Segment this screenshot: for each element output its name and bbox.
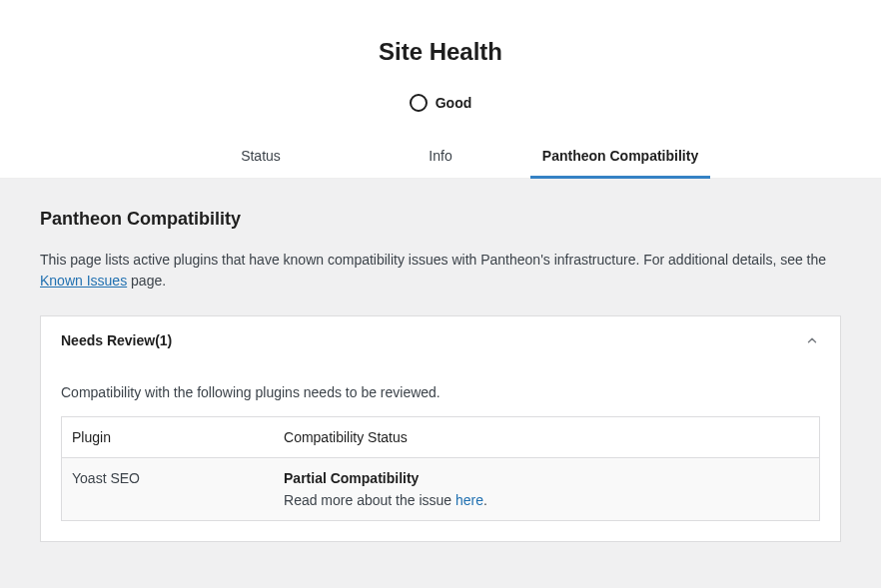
compat-status-label: Partial Compatibility (284, 470, 809, 486)
compatibility-table: Plugin Compatibility Status Yoast SEO Pa… (61, 416, 820, 521)
read-more-link[interactable]: here (455, 492, 483, 508)
content-area: Pantheon Compatibility This page lists a… (0, 179, 881, 588)
section-desc-post: page. (127, 273, 166, 289)
tabs: Status Info Pantheon Compatibility (0, 136, 881, 179)
compat-status-cell: Partial Compatibility Read more about th… (274, 458, 819, 521)
plugin-name-cell: Yoast SEO (62, 458, 275, 521)
status-indicator: Good (0, 94, 881, 112)
section-title: Pantheon Compatibility (40, 209, 841, 230)
table-header-status: Compatibility Status (274, 417, 819, 458)
table-header-plugin: Plugin (62, 417, 275, 458)
card-header-title: Needs Review(1) (61, 332, 172, 348)
section-description: This page lists active plugins that have… (40, 250, 841, 292)
card-description: Compatibility with the following plugins… (61, 384, 820, 400)
status-label: Good (436, 95, 472, 111)
compat-status-text: Read more about the issue here. (284, 492, 809, 508)
card-body: Compatibility with the following plugins… (41, 384, 840, 541)
section-desc-pre: This page lists active plugins that have… (40, 252, 826, 268)
card-header-toggle[interactable]: Needs Review(1) (41, 316, 840, 364)
known-issues-link[interactable]: Known Issues (40, 273, 127, 289)
table-row: Yoast SEO Partial Compatibility Read mor… (62, 458, 820, 521)
chevron-up-icon (804, 332, 820, 348)
status-circle-icon (410, 94, 428, 112)
page-title: Site Health (0, 38, 881, 66)
tab-info[interactable]: Info (351, 136, 530, 178)
needs-review-card: Needs Review(1) Compatibility with the f… (40, 315, 841, 542)
tab-pantheon-compatibility[interactable]: Pantheon Compatibility (530, 136, 710, 179)
compat-text-post: . (483, 492, 487, 508)
compat-text-pre: Read more about the issue (284, 492, 455, 508)
tab-status[interactable]: Status (171, 136, 351, 178)
